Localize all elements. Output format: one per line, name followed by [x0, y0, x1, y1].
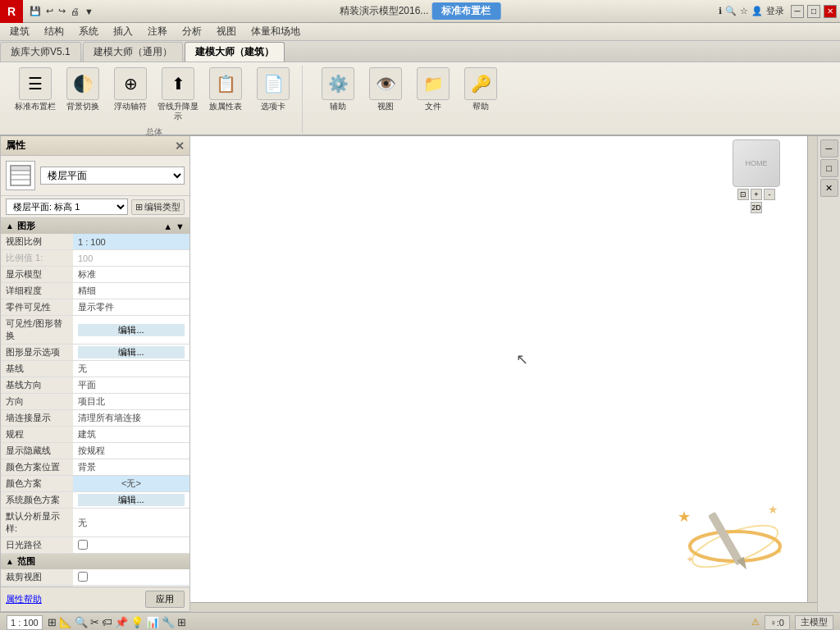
menu-xitong[interactable]: 系统: [72, 23, 105, 40]
prop-value-baseline-dir[interactable]: 平面: [73, 377, 189, 394]
section-header-shape[interactable]: ▲ 图形 ▲ ▼: [1, 218, 189, 234]
wrench-icon[interactable]: 🔧: [162, 616, 175, 628]
prop-value-rule[interactable]: 建筑: [73, 427, 189, 443]
menu-zhushi[interactable]: 注释: [141, 23, 174, 40]
prop-value-baseline[interactable]: 无: [73, 361, 189, 377]
sunpath-checkbox[interactable]: [78, 540, 88, 550]
login-label[interactable]: 登录: [766, 5, 784, 17]
mode-badge[interactable]: 标准布置栏: [431, 2, 500, 20]
ribbon-btn-assist[interactable]: ⚙️ 辅助: [316, 66, 360, 113]
light-icon[interactable]: 💡: [130, 616, 144, 628]
rt-minimize-btn[interactable]: ─: [820, 139, 838, 158]
close-button[interactable]: ✕: [824, 5, 837, 18]
prop-value-vis-override[interactable]: 编辑...: [73, 316, 189, 345]
minimize-button[interactable]: ─: [791, 5, 804, 18]
standard-label: 标准布置栏: [15, 102, 56, 112]
section-icon[interactable]: ✂: [90, 616, 99, 628]
menu-shitu[interactable]: 视图: [210, 23, 243, 40]
ribbon-btn-help[interactable]: 🔑 帮助: [459, 66, 503, 113]
menu-charu[interactable]: 插入: [107, 23, 139, 40]
prop-value-crop-view[interactable]: [73, 569, 189, 586]
print-icon[interactable]: 🖨: [69, 6, 81, 17]
menu-tiliang[interactable]: 体量和场地: [244, 23, 307, 40]
model-icon[interactable]: ⊞: [48, 616, 57, 628]
prop-value-sunpath[interactable]: [73, 537, 189, 554]
prop-value-wall-join[interactable]: 清理所有墙连接: [73, 410, 189, 427]
help-link[interactable]: 属性帮助: [6, 593, 42, 605]
type-selector[interactable]: 楼层平面: [40, 167, 185, 185]
ribbon-btn-file[interactable]: 📁 文件: [411, 66, 455, 113]
prop-value-part-vis[interactable]: 显示零件: [73, 299, 189, 316]
canvas-area[interactable]: HOME ⊡ + - 2D ↖ ★ ★: [190, 136, 817, 612]
nav-cube[interactable]: HOME ⊡ + - 2D: [728, 139, 784, 213]
menu-fenxi[interactable]: 分析: [176, 23, 208, 40]
redo-icon[interactable]: ↪: [57, 5, 67, 17]
user-icon[interactable]: 👤: [751, 6, 763, 16]
prop-value-scale[interactable]: 1 : 100: [73, 234, 189, 250]
floor-level-selector[interactable]: 楼层平面: 标高 1: [6, 199, 128, 215]
nav-zoom-out[interactable]: -: [764, 189, 775, 200]
star-icon[interactable]: ☆: [740, 6, 748, 16]
warning-icon[interactable]: ⚠: [751, 617, 760, 628]
properties-scroll-area[interactable]: ▲ 图形 ▲ ▼ 视图比例 1 : 100 比例值 1: 100 显示模型 标准: [1, 218, 189, 587]
nav-2d-btn[interactable]: 2D: [751, 202, 762, 213]
prop-value-sys-color[interactable]: 编辑...: [73, 492, 189, 509]
vis-override-edit-btn[interactable]: 编辑...: [78, 324, 185, 336]
tab-zuku[interactable]: 族库大师V5.1: [0, 42, 81, 62]
scale-display[interactable]: 1 : 100: [7, 615, 43, 630]
restore-button[interactable]: □: [807, 5, 820, 18]
crop-view-checkbox[interactable]: [78, 572, 88, 582]
prop-value-color-pos[interactable]: 背景: [73, 459, 189, 476]
prop-value-graphic-opts[interactable]: 编辑...: [73, 345, 189, 361]
search-icon[interactable]: 🔍: [725, 6, 737, 16]
detail-icon[interactable]: 📐: [59, 616, 72, 628]
nav-zoom-in[interactable]: +: [751, 189, 762, 200]
magnify-icon[interactable]: 🔍: [75, 616, 88, 628]
horizontal-scrollbar[interactable]: [190, 602, 817, 612]
ribbon-btn-view[interactable]: 👁️ 视图: [363, 66, 408, 113]
ribbon-btn-pipe[interactable]: ⬆ 管线升降显示: [156, 66, 200, 123]
prop-value-color-scheme[interactable]: <无>: [73, 476, 189, 492]
panel-close-button[interactable]: ✕: [175, 139, 185, 153]
nav-zoom-fit[interactable]: ⊡: [737, 189, 749, 200]
prop-label-part-vis: 零件可见性: [1, 299, 73, 316]
prop-label-scale: 视图比例: [1, 234, 73, 250]
tab-jianmo-arch[interactable]: 建模大师（建筑）: [185, 42, 285, 62]
prop-value-detail[interactable]: 精细: [73, 283, 189, 299]
menu-jianzhú[interactable]: 建筑: [3, 23, 36, 40]
prop-value-orient[interactable]: 项目北: [73, 394, 189, 410]
save-icon[interactable]: 💾: [28, 5, 43, 17]
undo-icon[interactable]: ↩: [44, 5, 55, 17]
more-icon[interactable]: ▼: [83, 6, 95, 17]
ribbon-btn-bg[interactable]: 🌓 背景切换: [61, 66, 105, 113]
rt-restore-btn[interactable]: □: [820, 159, 838, 177]
prop-row-color-scheme: 颜色方案 <无>: [1, 476, 189, 492]
prop-value-display-model[interactable]: 标准: [73, 267, 189, 283]
ribbon-btn-float[interactable]: ⊕ 浮动轴符: [108, 66, 153, 113]
section-header-range[interactable]: ▲ 范围: [1, 554, 189, 569]
edit-type-button[interactable]: ⊞ 编辑类型: [131, 199, 185, 215]
prop-label-crop-view: 裁剪视图: [1, 569, 73, 586]
prop-value-analysis[interactable]: 无: [73, 509, 189, 537]
menu-jiegou[interactable]: 结构: [38, 23, 71, 40]
ribbon-tabs: 族库大师V5.1 建模大师（通用） 建模大师（建筑）: [0, 41, 840, 62]
pin-icon[interactable]: 📌: [115, 616, 128, 628]
tab-jianmo-general[interactable]: 建模大师（通用）: [83, 42, 183, 62]
section-scroll-up[interactable]: ▲: [163, 221, 172, 231]
ribbon-btn-standard[interactable]: ☰ 标准布置栏: [13, 66, 57, 113]
ribbon-btn-tab[interactable]: 📄 选项卡: [251, 66, 295, 113]
vertical-scrollbar[interactable]: [807, 136, 817, 612]
ribbon-btn-family[interactable]: 📋 族属性表: [203, 66, 248, 113]
nav-cube-box[interactable]: HOME: [733, 139, 780, 187]
grid-icon[interactable]: ⊞: [177, 616, 186, 628]
section-scroll-down[interactable]: ▼: [176, 221, 185, 231]
sys-color-edit-btn[interactable]: 编辑...: [78, 494, 185, 506]
info-icon[interactable]: ℹ: [719, 6, 722, 16]
graphic-opts-edit-btn[interactable]: 编辑...: [78, 346, 185, 358]
tag-icon[interactable]: 🏷: [102, 616, 112, 628]
chart-icon[interactable]: 📊: [146, 616, 159, 628]
apply-button[interactable]: 应用: [145, 591, 185, 608]
prop-row-crop-view: 裁剪视图: [1, 569, 189, 586]
prop-value-hidden-line[interactable]: 按规程: [73, 443, 189, 459]
rt-close-btn[interactable]: ✕: [820, 179, 838, 197]
